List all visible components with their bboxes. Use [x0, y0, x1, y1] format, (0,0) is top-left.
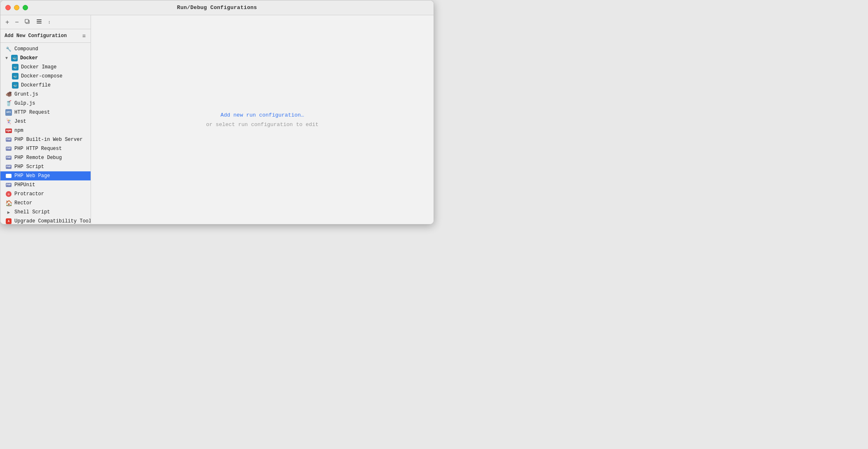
- list-item-label: PHPUnit: [14, 182, 35, 188]
- protractor-icon: ⊖: [5, 191, 12, 197]
- svg-rect-3: [37, 21, 42, 22]
- list-item-grunt[interactable]: 🐗 Grunt.js: [0, 90, 91, 99]
- list-item-label: PHP Web Page: [14, 173, 50, 179]
- list-item-shell-script[interactable]: ▶ Shell Script: [0, 208, 91, 217]
- list-item-label: Protractor: [14, 191, 44, 197]
- sidebar-header-label: Add New Configuration: [5, 33, 67, 39]
- list-item-php-web-server[interactable]: PHP PHP Built-in Web Server: [0, 135, 91, 144]
- maximize-button[interactable]: [23, 5, 28, 10]
- list-item-label: HTTP Request: [14, 110, 50, 115]
- list-item-label: PHP Built-in Web Server: [14, 137, 83, 143]
- list-item-label: Docker-compose: [21, 73, 63, 79]
- compound-icon: 🔧: [5, 46, 12, 52]
- list-item-php-remote-debug[interactable]: PHP PHP Remote Debug: [0, 153, 91, 162]
- sidebar: + − ↕ Add New Co: [0, 15, 91, 224]
- svg-text:↕: ↕: [48, 19, 51, 24]
- list-item-gulp[interactable]: 🥤 Gulp.js: [0, 99, 91, 108]
- list-item-label: Shell Script: [14, 209, 50, 215]
- list-item-phpunit[interactable]: PHP PHPUnit: [0, 180, 91, 189]
- jest-icon: 🃏: [5, 118, 12, 125]
- http-icon: API: [5, 109, 12, 116]
- sidebar-list: 🔧 Compound ▼ 🐳 Docker 🐳 Docker Image 🐳 D…: [0, 43, 91, 224]
- chevron-down-icon: ▼: [5, 56, 8, 61]
- list-item-npm[interactable]: npm npm: [0, 126, 91, 135]
- list-item-label: Docker: [20, 55, 38, 61]
- list-item-label: Dockerfile: [21, 82, 51, 88]
- list-item-dockerfile[interactable]: 🐳 Dockerfile: [0, 81, 91, 90]
- list-item-protractor[interactable]: ⊖ Protractor: [0, 189, 91, 199]
- phpunit-icon: PHP: [5, 182, 12, 188]
- sidebar-header: Add New Configuration ≡: [0, 29, 91, 43]
- close-button[interactable]: [5, 5, 11, 10]
- php-http-request-icon: PHP: [5, 145, 12, 152]
- list-item-docker-image[interactable]: 🐳 Docker Image: [0, 63, 91, 72]
- list-item-label: PHP HTTP Request: [14, 146, 62, 152]
- sidebar-filter-button[interactable]: ≡: [82, 32, 86, 40]
- php-web-page-icon: PHP: [5, 173, 12, 179]
- list-item-label: PHP Remote Debug: [14, 155, 62, 161]
- list-item-php-http-request[interactable]: PHP PHP HTTP Request: [0, 144, 91, 153]
- list-item-docker-compose[interactable]: 🐳 Docker-compose: [0, 72, 91, 81]
- list-item-compound[interactable]: 🔧 Compound: [0, 44, 91, 54]
- docker-compose-icon: 🐳: [12, 73, 19, 80]
- list-item-label: Grunt.js: [14, 91, 38, 97]
- gulp-icon: 🥤: [5, 100, 12, 107]
- list-item-label: Upgrade Compatibility Tool: [14, 218, 91, 224]
- list-item-php-script[interactable]: PHP PHP Script: [0, 162, 91, 171]
- list-item-label: Gulp.js: [14, 101, 35, 106]
- dockerfile-icon: 🐳: [12, 82, 19, 89]
- right-panel: Add new run configuration… or select run…: [91, 15, 434, 224]
- upgrade-compat-icon: A: [5, 218, 12, 224]
- docker-group-icon: 🐳: [11, 55, 18, 61]
- window-title: Run/Debug Configurations: [177, 5, 257, 11]
- list-item-label: Jest: [14, 119, 26, 124]
- add-config-button[interactable]: +: [4, 18, 11, 26]
- list-item-label: Rector: [14, 200, 32, 206]
- php-script-icon: PHP: [5, 164, 12, 170]
- svg-rect-1: [25, 19, 28, 23]
- copy-config-button[interactable]: [23, 18, 32, 26]
- grunt-icon: 🐗: [5, 91, 12, 98]
- docker-image-icon: 🐳: [12, 64, 19, 70]
- list-item-rector[interactable]: 🏠 Rector: [0, 199, 91, 208]
- list-item-php-web-page[interactable]: PHP PHP Web Page: [0, 171, 91, 180]
- shell-script-icon: ▶: [5, 209, 12, 215]
- toolbar: + − ↕: [0, 15, 91, 29]
- sort-config-button[interactable]: ↕: [46, 18, 55, 26]
- npm-icon: npm: [5, 127, 12, 134]
- list-item-label: Docker Image: [21, 64, 56, 70]
- list-item-label: Compound: [14, 46, 38, 52]
- svg-rect-2: [37, 19, 42, 20]
- svg-rect-4: [37, 23, 42, 23]
- list-item-label: npm: [14, 128, 23, 133]
- list-item-http-request[interactable]: API HTTP Request: [0, 108, 91, 117]
- traffic-lights: [5, 5, 28, 10]
- list-item-label: PHP Script: [14, 164, 44, 170]
- list-item-jest[interactable]: 🃏 Jest: [0, 117, 91, 126]
- main-content: + − ↕ Add New Co: [0, 15, 434, 224]
- title-bar: Run/Debug Configurations: [0, 0, 434, 15]
- select-config-text: or select run configuration to edit: [206, 122, 318, 128]
- remove-config-button[interactable]: −: [13, 18, 20, 26]
- list-item-docker-group[interactable]: ▼ 🐳 Docker: [0, 54, 91, 63]
- minimize-button[interactable]: [14, 5, 19, 10]
- add-config-link[interactable]: Add new run configuration…: [221, 112, 304, 118]
- php-web-server-icon: PHP: [5, 136, 12, 143]
- move-config-button[interactable]: [35, 18, 44, 26]
- php-remote-debug-icon: PHP: [5, 154, 12, 161]
- list-item-upgrade-compat[interactable]: A Upgrade Compatibility Tool: [0, 217, 91, 224]
- rector-icon: 🏠: [5, 200, 12, 206]
